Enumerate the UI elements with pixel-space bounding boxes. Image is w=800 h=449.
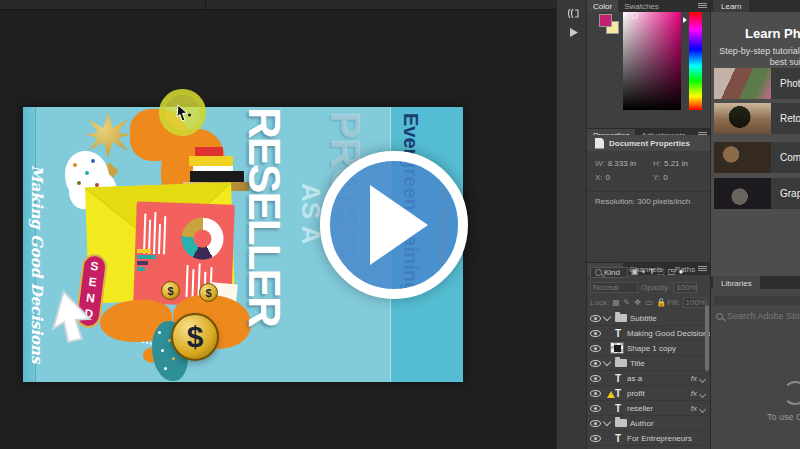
layer-filter-row: Kind ▣ ◐ T ⬚ ◳ ● bbox=[587, 265, 711, 279]
document-properties-header[interactable]: Document Properties bbox=[587, 135, 711, 151]
text-layer-icon: T bbox=[612, 328, 624, 339]
mini-bar-chart bbox=[137, 249, 151, 253]
visibility-eye-icon[interactable] bbox=[590, 405, 601, 412]
layer-row-text[interactable]: T For Entrepreneurs bbox=[587, 431, 711, 446]
actions-panel-icon[interactable] bbox=[564, 24, 582, 40]
lock-pixels-icon[interactable]: ✎ bbox=[623, 298, 631, 307]
learn-item-combining[interactable]: Combining Images bbox=[714, 142, 800, 173]
panel-column: Color Swatches Properties Adjustments Do… bbox=[586, 0, 710, 449]
filter-pixel-layers-icon[interactable]: ▣ bbox=[631, 267, 639, 277]
visibility-eye-icon[interactable] bbox=[590, 360, 601, 367]
libraries-panel-tabbar: Libraries bbox=[711, 276, 800, 289]
layer-row-text[interactable]: T as a fx bbox=[587, 371, 711, 386]
book-stack bbox=[190, 171, 244, 182]
foreground-color-swatch[interactable] bbox=[599, 14, 612, 27]
layer-row-shape[interactable]: Shape 1 copy bbox=[587, 341, 711, 356]
document-canvas[interactable]: Making Good Decisions bbox=[0, 0, 556, 449]
panel-menu-icon[interactable] bbox=[698, 3, 707, 9]
filter-toggle-icon[interactable]: ● bbox=[678, 267, 683, 277]
layer-row-text[interactable]: T reseller fx bbox=[587, 401, 711, 416]
tab-color[interactable]: Color bbox=[587, 0, 618, 12]
visibility-eye-icon[interactable] bbox=[590, 435, 601, 442]
chevron-down-icon[interactable] bbox=[603, 417, 611, 425]
layer-effects-badge[interactable]: fx bbox=[691, 404, 697, 413]
right-panel-column: Learn Learn Photoshop Step-by-step tutor… bbox=[710, 0, 800, 449]
layers-scrollbar[interactable] bbox=[705, 305, 709, 371]
text-layer-icon: T bbox=[612, 433, 624, 444]
search-icon bbox=[716, 313, 723, 320]
lock-transparency-icon[interactable]: ▦ bbox=[612, 298, 620, 307]
visibility-eye-icon[interactable] bbox=[590, 390, 601, 397]
opacity-input[interactable]: 100% bbox=[673, 282, 697, 293]
video-play-button[interactable] bbox=[320, 151, 468, 299]
layer-row-group[interactable]: Author bbox=[587, 416, 711, 431]
dimension-row: W:8.333 in H:5.21 in bbox=[595, 159, 705, 168]
color-panel-tabs: Color Swatches bbox=[587, 0, 710, 12]
libraries-search-input[interactable] bbox=[727, 311, 800, 321]
folder-icon bbox=[615, 419, 627, 427]
chevron-down-icon[interactable] bbox=[699, 406, 706, 413]
layer-row-group[interactable]: Subtitle bbox=[587, 311, 711, 326]
folder-icon bbox=[615, 359, 627, 367]
x-value: 0 bbox=[606, 173, 610, 182]
width-value: 8.333 in bbox=[608, 159, 636, 168]
visibility-eye-icon[interactable] bbox=[590, 330, 601, 337]
document-icon bbox=[595, 138, 604, 149]
filter-type-layers-icon[interactable]: T bbox=[649, 267, 654, 277]
dollar-coin: $ bbox=[161, 281, 180, 300]
hue-slider[interactable] bbox=[689, 12, 702, 110]
layer-row-text[interactable]: T profit fx bbox=[587, 386, 711, 401]
text-layer-icon: T bbox=[612, 373, 624, 384]
tab-swatches[interactable]: Swatches bbox=[618, 0, 665, 12]
color-field-picker[interactable] bbox=[623, 12, 681, 110]
chevron-down-icon[interactable] bbox=[603, 312, 611, 320]
layer-row-text[interactable]: T Making Good Decisions bbox=[587, 326, 711, 341]
learn-item-graphic-design[interactable]: Graphic Design bbox=[714, 178, 800, 209]
dollar-coin-large: $ bbox=[171, 313, 219, 361]
tutorial-thumbnail bbox=[714, 142, 771, 173]
collapsed-panel-dock bbox=[556, 0, 586, 449]
learn-item-photography[interactable]: Photography bbox=[714, 68, 800, 99]
layer-effects-badge[interactable]: fx bbox=[691, 374, 697, 383]
opacity-label: Opacity: bbox=[641, 283, 670, 292]
filter-shape-layers-icon[interactable]: ⬚ bbox=[657, 267, 665, 277]
layer-effects-badge[interactable]: fx bbox=[691, 389, 697, 398]
text-layer-icon: T bbox=[612, 403, 624, 414]
layer-row-group[interactable]: Title bbox=[587, 356, 711, 371]
chevron-down-icon[interactable] bbox=[603, 357, 611, 365]
donut-chart bbox=[181, 217, 224, 260]
filter-kind-select[interactable]: Kind bbox=[590, 267, 628, 278]
visibility-eye-icon[interactable] bbox=[590, 420, 601, 427]
search-icon bbox=[595, 269, 602, 276]
filter-adjustment-layers-icon[interactable]: ◐ bbox=[642, 267, 647, 277]
libraries-dropdown[interactable] bbox=[714, 296, 800, 305]
lock-artboard-icon[interactable]: ▭ bbox=[645, 298, 653, 307]
position-row: X:0 Y:0 bbox=[595, 173, 705, 182]
color-panel: Color Swatches bbox=[587, 0, 710, 128]
history-panel-icon[interactable] bbox=[564, 5, 582, 21]
lock-row: Lock: ▦ ✎ ✥ ▭ 🔒 Fill: 100% bbox=[587, 296, 711, 309]
book-stack bbox=[195, 147, 223, 156]
book-stack bbox=[189, 156, 233, 166]
cover-subtitle-text: Making Good Decisions bbox=[28, 165, 46, 375]
fill-input[interactable]: 100% bbox=[683, 297, 707, 308]
lock-position-icon[interactable]: ✥ bbox=[634, 298, 642, 307]
color-field-marker bbox=[631, 12, 638, 19]
chevron-down-icon[interactable] bbox=[699, 391, 706, 398]
chevron-down-icon[interactable] bbox=[699, 376, 706, 383]
tab-libraries[interactable]: Libraries bbox=[713, 276, 760, 289]
visibility-eye-icon[interactable] bbox=[590, 315, 601, 322]
lock-all-icon[interactable]: 🔒 bbox=[656, 298, 664, 307]
cover-title-text: RESELLER bbox=[239, 107, 289, 382]
height-value: 5.21 in bbox=[664, 159, 688, 168]
learn-item-retouching[interactable]: Retouching bbox=[714, 103, 800, 134]
filter-smart-object-icon[interactable]: ◳ bbox=[668, 267, 676, 277]
visibility-eye-icon[interactable] bbox=[590, 375, 601, 382]
visibility-eye-icon[interactable] bbox=[590, 345, 601, 352]
y-value: 0 bbox=[663, 173, 667, 182]
tab-learn[interactable]: Learn bbox=[713, 0, 749, 12]
blend-mode-row: Normal Opacity: 100% bbox=[587, 281, 711, 294]
blend-mode-select[interactable]: Normal bbox=[590, 282, 638, 293]
resolution-row: Resolution: 300 pixels/inch bbox=[595, 197, 705, 206]
resolution-value: Resolution: 300 pixels/inch bbox=[595, 197, 690, 206]
